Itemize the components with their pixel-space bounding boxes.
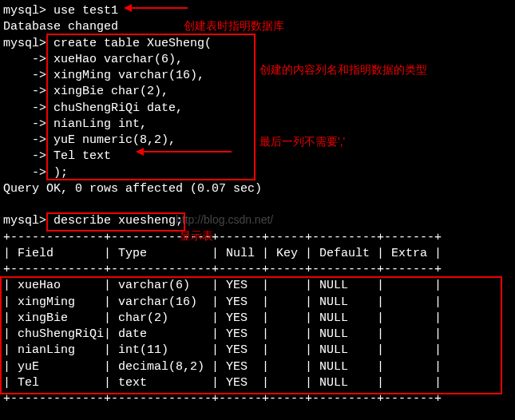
annotation-text-show-table: 显示表	[180, 228, 213, 244]
annotation-box-table-body	[0, 276, 502, 394]
watermark-text: http://blog.csdn.net/	[176, 212, 273, 228]
terminal-blank	[3, 407, 512, 420]
svg-marker-3	[136, 148, 144, 156]
terminal-blank	[3, 197, 512, 213]
annotation-text-columns: 创建的内容列名和指明数据的类型	[259, 62, 427, 77]
arrow-icon	[120, 0, 192, 16]
arrow-icon	[132, 144, 236, 160]
svg-marker-1	[124, 4, 132, 12]
terminal-line: Query OK, 0 rows affected (0.07 sec)	[3, 181, 512, 197]
table-header: | Field | Type | Null | Key | Default | …	[3, 246, 512, 262]
annotation-text-last-col: 最后一列不需要','	[259, 134, 345, 149]
annotation-text-db: 创建表时指明数据库	[184, 18, 284, 34]
terminal-line: mysql> use test1	[3, 3, 512, 19]
annotation-box-describe	[46, 212, 185, 232]
table-separator: +-------------+--------------+------+---…	[3, 230, 512, 246]
